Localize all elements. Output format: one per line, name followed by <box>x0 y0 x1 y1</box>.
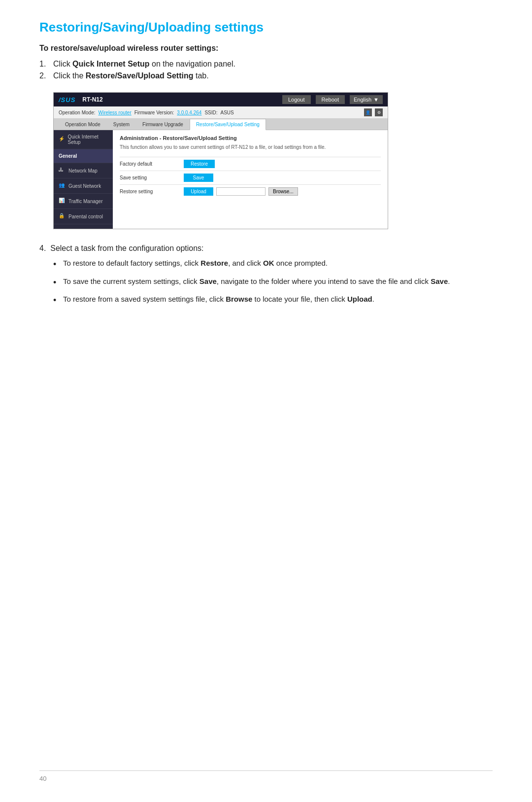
upload-button[interactable]: Upload <box>184 187 213 196</box>
factory-default-row: Factory default Restore <box>120 157 381 171</box>
sidebar-label-general: General <box>59 153 77 159</box>
sidebar-item-traffic-manager[interactable]: 📊 Traffic Manager <box>54 194 113 209</box>
step4-item-1: To restore to default factory settings, … <box>53 258 493 269</box>
status-icons: 👤 ⚙ <box>364 108 383 116</box>
operation-mode-label: Operation Mode: <box>59 110 96 115</box>
steps-list: Click Quick Internet Setup on the naviga… <box>39 60 493 80</box>
tab-operation-mode[interactable]: Operation Mode <box>59 119 107 130</box>
ssid-value: ASUS <box>221 110 234 115</box>
sidebar-label-network-map: Network Map <box>68 168 98 174</box>
step4-browse-bold: Browse <box>226 295 252 303</box>
person-icon: 👤 <box>364 108 372 116</box>
step4-item-3: To restore from a saved system settings … <box>53 294 493 305</box>
logout-button[interactable]: Logout <box>282 95 311 104</box>
lightning-icon: ⚡ <box>59 136 65 143</box>
router-content: Administration - Restore/Save/Upload Set… <box>113 130 388 229</box>
step4-upload-bold: Upload <box>347 295 372 303</box>
page-title: Restoring/Saving/Uploading settings <box>39 20 493 35</box>
firmware-label: Firmware Version: <box>134 110 174 115</box>
save-setting-row: Save setting Save <box>120 171 381 184</box>
tab-system[interactable]: System <box>107 119 136 130</box>
page-footer: 40 <box>39 770 493 782</box>
operation-mode-value[interactable]: Wireless router <box>99 110 132 115</box>
tab-firmware-upgrade[interactable]: Firmware Upgrade <box>136 119 190 130</box>
sidebar-item-quick-internet[interactable]: ⚡ Quick Internet Setup <box>54 130 113 149</box>
content-title: Administration - Restore/Save/Upload Set… <box>120 135 381 141</box>
firmware-value[interactable]: 3.0.0.4.264 <box>177 110 201 115</box>
step2-bold: Restore/Save/Upload Setting <box>86 71 194 80</box>
step4-save-bold: Save <box>200 277 217 285</box>
step-2: Click the Restore/Save/Upload Setting ta… <box>39 71 493 80</box>
dropdown-arrow-icon: ▼ <box>373 97 379 103</box>
sidebar-item-guest-network[interactable]: 👥 Guest Network <box>54 178 113 194</box>
sidebar-label-traffic-manager: Traffic Manager <box>68 199 102 204</box>
settings-icon: ⚙ <box>375 108 383 116</box>
router-tabs: Operation Mode System Firmware Upgrade R… <box>54 119 388 130</box>
sidebar-label-parental-control: Parental control <box>68 214 103 219</box>
router-sidebar: ⚡ Quick Internet Setup General 🖧 Network… <box>54 130 113 229</box>
step4-list: To restore to default factory settings, … <box>53 258 493 305</box>
sidebar-item-network-map[interactable]: 🖧 Network Map <box>54 163 113 178</box>
browse-button[interactable]: Browse... <box>268 187 298 196</box>
step4-restore-bold: Restore <box>200 259 228 267</box>
save-setting-label: Save setting <box>120 175 184 180</box>
restore-button[interactable]: Restore <box>184 160 215 168</box>
content-desc: This function allows you to save current… <box>120 144 381 151</box>
router-screenshot: /SUS RT-N12 Logout Reboot English ▼ Oper… <box>53 92 388 229</box>
sidebar-item-parental-control[interactable]: 🔒 Parental control <box>54 209 113 224</box>
router-statusbar: Operation Mode: Wireless router Firmware… <box>54 106 388 119</box>
sidebar-label-quick-internet: Quick Internet Setup <box>68 134 108 145</box>
language-label: English <box>354 97 371 103</box>
router-topbar: /SUS RT-N12 Logout Reboot English ▼ <box>54 93 388 106</box>
restore-setting-label: Restore setting <box>120 189 184 194</box>
router-main: ⚡ Quick Internet Setup General 🖧 Network… <box>54 130 388 229</box>
tab-restore-save-upload[interactable]: Restore/Save/Upload Setting <box>190 119 266 130</box>
step4-save2-bold: Save <box>431 277 448 285</box>
section-subtitle: To restore/save/upload wireless router s… <box>39 44 493 53</box>
factory-default-label: Factory default <box>120 161 184 167</box>
restore-file-input[interactable] <box>216 187 266 196</box>
sidebar-header-general: General <box>54 149 113 163</box>
save-button[interactable]: Save <box>184 174 213 182</box>
step4-ok-bold: OK <box>263 259 274 267</box>
ssid-label: SSID: <box>204 110 217 115</box>
guests-icon: 👥 <box>59 182 66 189</box>
step1-bold: Quick Internet Setup <box>72 60 149 68</box>
lock-icon: 🔒 <box>59 213 66 220</box>
step-1: Click Quick Internet Setup on the naviga… <box>39 60 493 69</box>
reboot-button[interactable]: Reboot <box>316 95 345 104</box>
router-logo: /SUS <box>59 96 75 104</box>
traffic-icon: 📊 <box>59 198 66 205</box>
step4-item-2: To save the current system settings, cli… <box>53 276 493 287</box>
language-selector[interactable]: English ▼ <box>350 95 383 104</box>
step4-intro: 4. Select a task from the configuration … <box>39 244 493 253</box>
router-model: RT-N12 <box>82 96 102 103</box>
page-number: 40 <box>39 775 46 782</box>
restore-setting-row: Restore setting Upload Browse... <box>120 184 381 198</box>
sidebar-label-guest-network: Guest Network <box>68 183 101 189</box>
network-icon: 🖧 <box>59 167 66 174</box>
